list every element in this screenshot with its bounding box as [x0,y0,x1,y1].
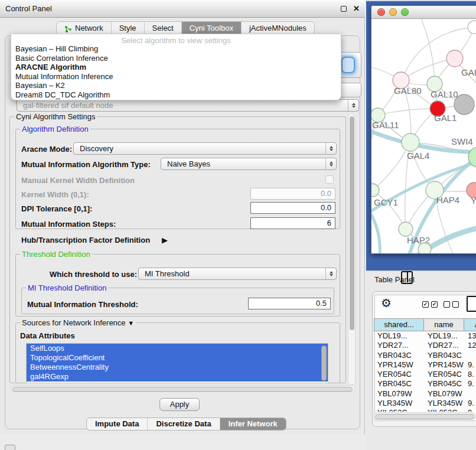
apply-button[interactable]: Apply [159,398,200,411]
data-attribute-item[interactable]: BetweennessCentrality [27,363,328,372]
settings-hscrollbar-thumb[interactable] [12,387,353,392]
network-edge[interactable] [373,190,406,229]
deselect-all-columns-icon[interactable] [444,301,459,308]
table-cell[interactable]: YBR045C [424,379,464,389]
table-cell[interactable]: YBL079W [424,389,464,399]
gear-icon[interactable]: ⚙ [381,297,392,309]
algorithm-option[interactable]: Mutual Information Inference [11,72,341,81]
algorithm-option[interactable]: Basic Correlation Inference [11,54,341,63]
table-cell[interactable] [464,389,476,399]
network-node-gal4[interactable] [402,133,419,151]
network-node-gray-node[interactable] [454,94,474,115]
table-cell[interactable]: YBR043C [424,351,464,360]
table-row[interactable]: YBR043CYBR043C [374,351,476,360]
data-attribute-item[interactable]: TopologicalCoefficient [27,353,328,363]
tab-select[interactable]: Select [144,22,181,34]
network-edge-thick[interactable] [371,161,476,217]
table-cell[interactable]: YBR043C [374,351,424,360]
algorithm-option[interactable]: ARACNE Algorithm [11,63,341,72]
tab-infer-network[interactable]: Infer Network [220,418,286,430]
zoom-traffic-light-icon[interactable] [401,8,409,16]
table-cell[interactable]: YDL19... [424,331,464,341]
close-icon[interactable]: ✕ [353,0,360,18]
tab-jactivemnodules[interactable]: jActiveMNodules [241,22,314,34]
sources-group-title[interactable]: Sources for Network Inference ▼ [20,318,136,327]
table-cell[interactable]: 12 [464,341,476,350]
column-header-name[interactable]: name [424,318,464,331]
table-row[interactable]: YBR045CYBR045C9. [374,379,476,389]
table-cell[interactable]: YDR27... [424,341,464,350]
mi-steps-field[interactable]: 6 [250,217,335,229]
table-cell[interactable]: YBR045C [374,379,424,389]
table-row[interactable]: YDR27...YDR27...12 [374,341,476,350]
table-cell[interactable]: 13 [464,331,476,341]
table-cell[interactable]: YIL052C [424,408,464,412]
settings-scrollbar-thumb[interactable] [350,116,354,330]
network-edge[interactable] [419,19,435,84]
network-select-combo[interactable]: gal-filtered sif default node [17,99,359,112]
table-cell[interactable]: YLR345W [424,399,464,408]
settings-hscrollbar[interactable] [11,385,356,392]
network-edge[interactable] [401,58,455,80]
data-attributes-list[interactable]: SelfLoopsTopologicalCoefficientBetweenne… [26,343,328,383]
hub-section-label[interactable]: Hub/Transcription Factor Definition [21,236,150,244]
attributes-scrollbar-thumb[interactable] [321,345,327,381]
tab-style[interactable]: Style [111,22,144,34]
table-cell[interactable]: 9 [464,408,476,412]
network-canvas[interactable]: GALGAL80GAL10GAL1GAL11SWI4GAL4GCY1HAP4YH… [371,19,476,254]
data-attribute-item[interactable]: SelfLoops [27,344,328,353]
network-node-node-top-partial[interactable] [468,21,476,34]
manual-kernel-checkbox[interactable] [325,175,334,184]
table-cell[interactable]: YDR27... [374,341,424,350]
document-icon[interactable] [467,296,476,312]
table-row[interactable]: YIL052CYIL052C9 [374,408,476,412]
network-view-window[interactable]: GALGAL80GAL10GAL1GAL11SWI4GAL4GCY1HAP4YH… [371,5,476,254]
table-cell[interactable]: 9. [464,379,476,389]
column-browser-icon[interactable] [401,271,413,284]
table-cell[interactable]: YER054C [374,370,424,379]
table-hscrollbar-thumb[interactable] [375,414,474,419]
table-row[interactable]: YER054CYER054C8. [374,370,476,379]
tab-cyni-toolbox[interactable]: Cyni Toolbox [181,22,241,34]
focused-combo-stepper[interactable] [341,57,355,73]
table-cell[interactable]: YPR145W [374,360,424,370]
which-threshold-combo[interactable]: MI Threshold [138,268,337,280]
tab-discretize-data[interactable]: Discretize Data [147,418,219,430]
network-window-titlebar[interactable] [371,6,476,19]
algorithm-option[interactable]: Dream8 DC_TDC Algorithm [11,90,341,100]
table-cell[interactable]: 9. [464,399,476,408]
select-all-columns-icon[interactable]: ✓ ✓ [422,301,438,308]
mi-type-combo[interactable]: Naive Bayes [161,158,337,170]
network-edge[interactable] [378,109,438,115]
collapsed-arrow-icon[interactable]: ▶ [162,236,168,244]
minimize-traffic-light-icon[interactable] [389,8,397,16]
network-node-node-bottom-partial[interactable] [418,243,431,254]
table-row[interactable]: YLR345WYLR345W9. [374,399,476,408]
network-node-hap2[interactable] [399,222,413,236]
table-cell[interactable]: YLR345W [374,399,424,408]
collapsed-panel-icon[interactable] [5,445,15,450]
table-cell[interactable]: YDL19... [374,331,424,341]
dpi-tolerance-field[interactable]: 0.0 [250,202,335,214]
data-attribute-item[interactable]: gal4RGexp [27,372,328,381]
column-header-shared...[interactable]: shared... [374,318,424,331]
table-cell[interactable]: 8. [464,370,476,379]
table-row[interactable]: YDL19...YDL19...13 [374,331,476,341]
mi-threshold-field[interactable]: 0.5 [248,298,331,309]
table-cell[interactable]: YIL052C [374,408,424,412]
table-cell[interactable]: YER054C [424,370,464,379]
table-cell[interactable]: 9. [464,360,476,370]
table-cell[interactable] [464,351,476,360]
tab-impute-data[interactable]: Impute Data [87,418,147,430]
algorithm-option[interactable]: Bayesian – K2 [11,81,341,90]
tab-network[interactable]: Network [57,22,111,34]
float-window-icon[interactable] [341,6,347,12]
table-hscrollbar[interactable] [373,412,476,420]
aracne-mode-combo[interactable]: Discovery [73,142,337,155]
algorithm-option[interactable]: Bayesian – Hill Climbing [11,44,341,54]
network-node-gal-clipped[interactable] [446,50,463,67]
table-cell[interactable]: YBL079W [374,389,424,399]
table-cell[interactable]: YPR145W [424,360,464,370]
table-row[interactable]: YPR145WYPR145W9. [374,360,476,370]
settings-scrollbar[interactable] [348,113,356,385]
